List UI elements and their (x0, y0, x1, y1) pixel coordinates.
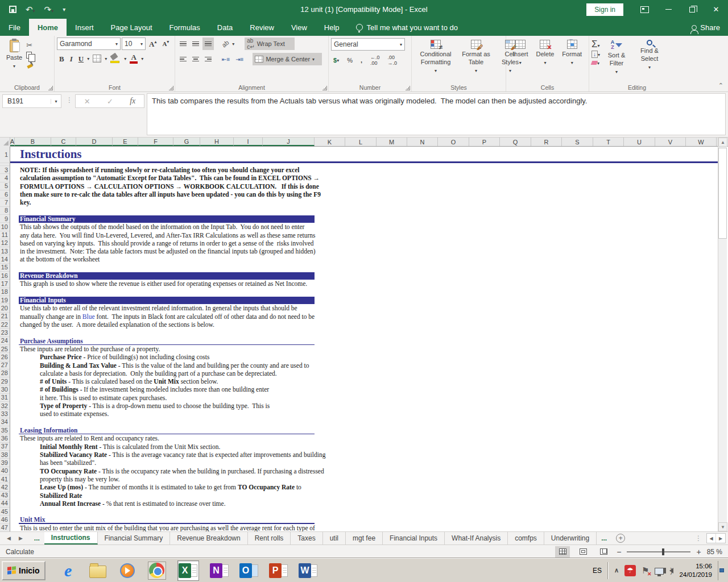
format-cells-button[interactable]: ↔ Format ▾ (558, 38, 586, 66)
row-header-29[interactable]: 29 (0, 377, 10, 385)
cut-icon[interactable]: ✂ (26, 41, 34, 49)
hscroll-left-arrow[interactable]: ◀ (707, 534, 716, 543)
sheet-row-7[interactable]: key. (10, 198, 718, 206)
row-header-34[interactable]: 34 (0, 418, 10, 426)
page-break-view-button[interactable] (596, 546, 611, 558)
sheet-row-9[interactable]: Financial Summary (10, 215, 718, 223)
sheet-row-14[interactable]: at the bottom of the worksheet (10, 255, 718, 263)
sheet-row-34[interactable] (10, 418, 718, 426)
sheet-tab-rent-rolls[interactable]: Rent rolls (248, 532, 291, 544)
ribbon-tab-help[interactable]: Help (316, 19, 348, 36)
row-header-36[interactable]: 36 (0, 434, 10, 442)
row-header-38[interactable]: 38 (0, 451, 10, 459)
confirm-entry-icon[interactable]: ✓ (107, 97, 113, 106)
row-header-8[interactable]: 8 (0, 207, 10, 215)
taskbar-excel-button[interactable]: X (177, 560, 199, 581)
sheet-row-46[interactable]: Unit Mix (10, 516, 718, 523)
name-box[interactable]: B191 ▾ (2, 94, 61, 108)
sheet-tab-underwriting[interactable]: Underwriting (544, 532, 597, 544)
taskbar-chrome-icon[interactable] (148, 562, 166, 580)
taskbar-outlook-icon[interactable]: O (240, 562, 258, 580)
increase-indent-button[interactable]: ⇥≡ (233, 53, 246, 65)
sheet-row-27[interactable]: Building & Land Tax Value - This is the … (10, 361, 718, 369)
row-header-7[interactable]: 7 (0, 198, 10, 206)
sheet-tab-taxes[interactable]: Taxes (291, 532, 322, 544)
ribbon-tab-insert[interactable]: Insert (67, 19, 102, 36)
collapse-ribbon-icon[interactable]: ⌃ (718, 82, 723, 89)
column-header-U[interactable]: U (624, 138, 655, 146)
row-header-40[interactable]: 40 (0, 467, 10, 475)
sheet-row-5[interactable]: FORMULA OPTIONS → CALCULATION OPTIONS → … (10, 182, 718, 190)
undo-icon[interactable]: ↶▾ (26, 5, 35, 14)
ribbon-tab-home[interactable]: Home (29, 19, 67, 36)
paste-button[interactable]: Paste ▾ (2, 38, 26, 69)
column-header-P[interactable]: P (469, 138, 500, 146)
sheet-row-23[interactable] (10, 329, 718, 336)
ribbon-tab-page-layout[interactable]: Page Layout (102, 19, 161, 36)
sheet-row-17[interactable]: This graph is used to show where the rev… (10, 280, 718, 288)
sheet-row-43[interactable]: Stabilized Rate (10, 492, 718, 500)
sheet-tab-instructions[interactable]: Instructions (44, 532, 98, 544)
row-header-31[interactable]: 31 (0, 394, 10, 402)
sheet-row-19[interactable]: Financial Inputs (10, 296, 718, 304)
ribbon-tab-review[interactable]: Review (241, 19, 283, 36)
zoom-level[interactable]: 85 % (707, 548, 722, 556)
redo-icon[interactable]: ↷▾ (44, 5, 54, 14)
row-header-5[interactable]: 5 (0, 182, 10, 190)
minimize-button[interactable] (656, 0, 680, 19)
zoom-in-button[interactable]: + (696, 548, 701, 556)
row-header-45[interactable]: 45 (0, 508, 10, 516)
show-desktop-button[interactable] (718, 561, 725, 580)
conditional-formatting-button[interactable]: ≠ Conditional Formatting ▾ (414, 38, 457, 74)
sheet-row-38[interactable]: Stabilized Vacancy Rate - This is the av… (10, 451, 718, 459)
sheet-row-3[interactable]: NOTE: If this spreadsheet if running slo… (10, 166, 718, 174)
accounting-format-button[interactable]: $▾ (331, 54, 341, 66)
font-name-combo[interactable]: Garamond▾ (57, 38, 121, 50)
new-sheet-button[interactable]: + (616, 534, 625, 543)
close-button[interactable]: ✕ (704, 0, 728, 19)
ribbon-tab-view[interactable]: View (283, 19, 316, 36)
row-header-27[interactable]: 27 (0, 361, 10, 369)
row-header-22[interactable]: 22 (0, 321, 10, 329)
row-header-42[interactable]: 42 (0, 483, 10, 491)
tray-volume-icon[interactable] (669, 568, 673, 573)
row-header-44[interactable]: 44 (0, 500, 10, 508)
align-bottom-button[interactable] (202, 38, 214, 50)
sort-filter-button[interactable]: AZ Sort & Filter ▾ (600, 38, 633, 75)
sheet-row-6[interactable]: then make sure to re-calc the data table… (10, 190, 718, 198)
row-header-37[interactable]: 37 (0, 443, 10, 451)
calculate-status[interactable]: Calculate (0, 548, 34, 556)
sheet-row-45[interactable] (10, 508, 718, 516)
font-dialog-launcher-icon[interactable] (169, 86, 173, 90)
decrease-decimal-button[interactable]: .00→.0 (386, 54, 400, 66)
sign-in-button[interactable]: Sign in (586, 3, 623, 16)
column-header-O[interactable]: O (438, 138, 469, 146)
merge-center-button[interactable]: Merge & Center ▾ (253, 53, 322, 65)
tray-expand-icon[interactable]: ∧ (614, 567, 619, 574)
sheet-row-18[interactable] (10, 288, 718, 296)
sheet-row-36[interactable]: These inputs are related to Rent and occ… (10, 434, 718, 442)
row-header-26[interactable]: 26 (0, 353, 10, 361)
row-header-25[interactable]: 25 (0, 345, 10, 353)
sheet-row-20[interactable]: Use this tab to enter all of the relevan… (10, 304, 718, 312)
orientation-button[interactable]: ab (220, 38, 231, 50)
tray-antivirus-icon[interactable]: ☂ (624, 565, 636, 576)
bold-button[interactable]: B (57, 52, 67, 65)
column-header-S[interactable]: S (562, 138, 593, 146)
taskbar-word-icon[interactable]: W (299, 562, 317, 580)
restore-button[interactable] (680, 0, 704, 19)
row-header-13[interactable]: 13 (0, 247, 10, 255)
column-header-G[interactable]: G (173, 138, 200, 146)
column-header-R[interactable]: R (531, 138, 562, 146)
sheet-row-1[interactable]: Instructions (10, 147, 718, 163)
fill-button[interactable]: ↓▾ (592, 51, 600, 57)
underline-dropdown-arrow[interactable]: ▾ (87, 56, 89, 61)
column-header-D[interactable]: D (76, 138, 113, 146)
zoom-slider[interactable] (627, 551, 690, 552)
sheet-row-44[interactable]: Annual Rent Increase - % that rent is es… (10, 500, 718, 508)
sheet-row-28[interactable]: calculate a basis for depreciation. Only… (10, 369, 718, 377)
taskbar-internet-explorer-icon[interactable]: e (59, 562, 77, 580)
sheet-row-30[interactable]: # of Buildings - If the investment being… (10, 385, 718, 393)
column-header-W[interactable]: W (686, 138, 717, 146)
name-box-dropdown-arrow[interactable]: ▾ (51, 99, 61, 104)
